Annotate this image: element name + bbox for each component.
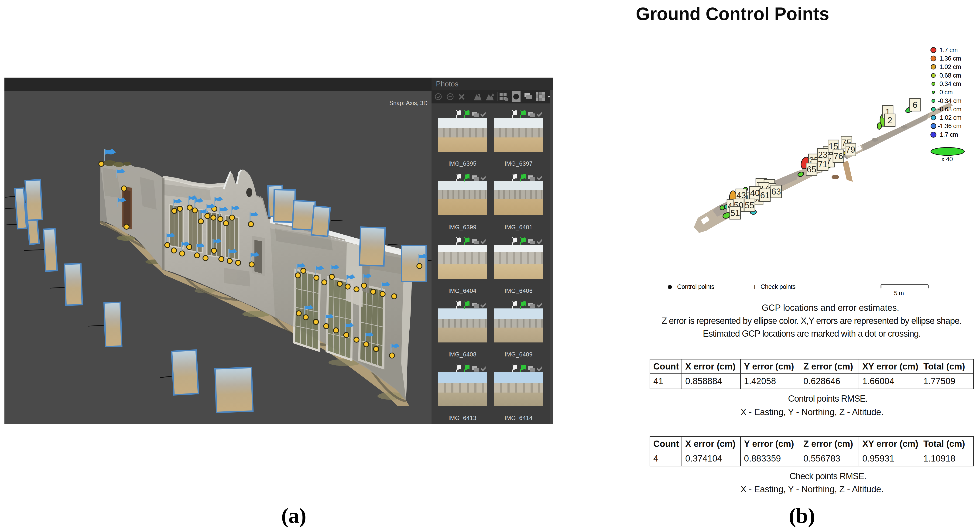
svg-text:63: 63 [771,187,781,196]
svg-text:T: T [752,283,757,291]
svg-text:71: 71 [818,159,827,169]
svg-text:55: 55 [745,201,754,210]
svg-text:2: 2 [888,116,892,125]
svg-text:61: 61 [760,191,770,200]
svg-text:76: 76 [834,151,843,161]
svg-text:79: 79 [846,145,855,154]
svg-text:40: 40 [750,188,760,198]
svg-text:51: 51 [730,208,740,218]
svg-text:6: 6 [913,100,918,110]
svg-text:65: 65 [807,165,816,174]
